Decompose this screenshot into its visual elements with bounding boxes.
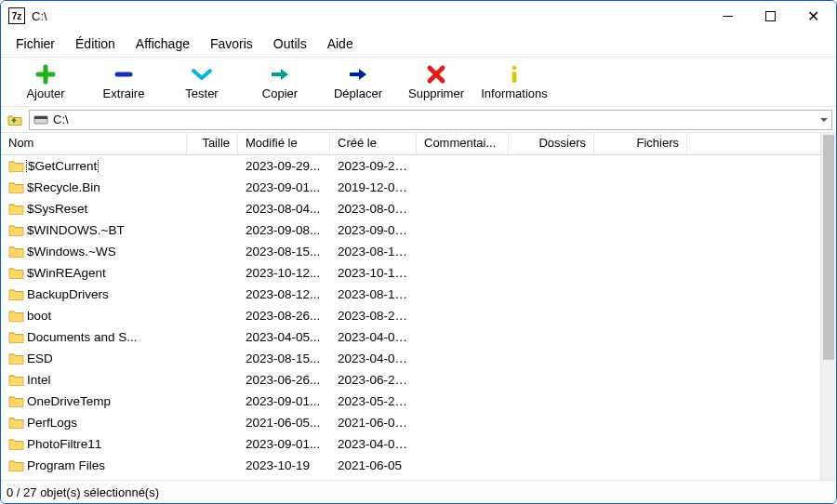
modified-cell: 2023-10-12...	[238, 266, 330, 280]
folder-icon	[8, 416, 24, 430]
minus-icon	[113, 64, 134, 85]
folder-icon	[8, 373, 24, 387]
created-cell: 2023-09-29...	[330, 159, 417, 173]
col-header-name[interactable]: Nom	[1, 133, 187, 154]
maximize-button[interactable]	[749, 2, 791, 30]
table-row[interactable]: $Recycle.Bin2023-09-01...2019-12-07...	[1, 177, 820, 198]
table-row[interactable]: ESD2023-08-15...2023-04-06...	[1, 348, 820, 369]
delete-x-icon	[426, 64, 446, 85]
row-name: $SysReset	[27, 202, 87, 216]
created-cell: 2021-06-05...	[330, 416, 417, 430]
modified-cell: 2023-04-05...	[238, 330, 330, 344]
col-header-files[interactable]: Fichiers	[594, 133, 687, 154]
table-row[interactable]: Documents and S...2023-04-05...2023-04-0…	[1, 326, 820, 348]
listview[interactable]: Nom Taille Modifié le Créé le Commentai.…	[1, 133, 820, 480]
extract-button[interactable]: Extraire	[85, 59, 163, 105]
row-name: BackupDrivers	[27, 287, 109, 301]
created-cell: 2023-08-04...	[330, 202, 417, 216]
menu-help[interactable]: Aide	[318, 33, 363, 54]
name-cell: OneDriveTemp	[1, 394, 187, 408]
close-button[interactable]: ✕	[791, 2, 834, 30]
modified-cell: 2023-08-12...	[238, 287, 330, 301]
chevron-down-icon	[820, 118, 828, 122]
table-row[interactable]: $WINDOWS.~BT2023-09-08...2023-09-08...	[1, 219, 820, 241]
created-cell: 2023-04-06...	[330, 351, 417, 365]
table-row[interactable]: OneDriveTemp2023-09-01...2023-05-20...	[1, 391, 820, 412]
col-header-size[interactable]: Taille	[187, 133, 238, 154]
folder-icon	[8, 437, 24, 451]
add-button[interactable]: Ajouter	[7, 59, 85, 105]
modified-cell: 2021-06-05...	[238, 416, 330, 430]
scrollbar-thumb[interactable]	[823, 135, 834, 360]
list-body[interactable]: $GetCurrent2023-09-29...2023-09-29...$Re…	[1, 155, 820, 480]
folder-icon	[8, 458, 24, 472]
created-cell: 2023-08-26...	[330, 309, 417, 323]
created-cell: 2021-06-05	[330, 458, 417, 472]
info-icon	[504, 64, 525, 85]
folder-icon	[8, 266, 24, 280]
move-button[interactable]: Déplacer	[319, 59, 397, 105]
modified-cell: 2023-09-08...	[238, 223, 330, 237]
col-header-comment[interactable]: Commentai...	[417, 133, 509, 154]
menu-view[interactable]: Affichage	[126, 33, 199, 54]
test-button[interactable]: Tester	[163, 59, 241, 105]
col-header-modified[interactable]: Modifié le	[238, 133, 330, 154]
created-cell: 2023-08-12...	[330, 287, 417, 301]
row-name: Intel	[27, 373, 51, 387]
menu-tools[interactable]: Outils	[264, 33, 316, 54]
table-row[interactable]: PhotoFiltre112023-09-01...2023-04-06...	[1, 433, 820, 455]
minimize-button[interactable]	[706, 2, 749, 30]
extract-label: Extraire	[103, 86, 145, 100]
name-cell: Documents and S...	[1, 330, 187, 344]
statusbar: 0 / 27 objet(s) sélectionné(s)	[1, 481, 836, 503]
toolbar: Ajouter Extraire Tester Copier Déplacer	[1, 57, 836, 107]
svg-rect-1	[512, 72, 517, 83]
pathbar: C:\	[1, 107, 836, 133]
table-row[interactable]: PerfLogs2021-06-05...2021-06-05...	[1, 412, 820, 433]
modified-cell: 2023-09-01...	[238, 180, 330, 194]
svg-point-0	[512, 65, 517, 70]
menu-edit[interactable]: Édition	[66, 33, 125, 54]
table-row[interactable]: $WinREAgent2023-10-12...2023-10-12...	[1, 262, 820, 284]
row-name: PhotoFiltre11	[27, 437, 101, 451]
row-name: PerfLogs	[27, 416, 77, 430]
folder-icon	[8, 245, 24, 259]
table-row[interactable]: $GetCurrent2023-09-29...2023-09-29...	[1, 155, 820, 177]
created-cell: 2023-04-05...	[330, 330, 417, 344]
list-header: Nom Taille Modifié le Créé le Commentai.…	[1, 133, 820, 155]
table-row[interactable]: Program Files2023-10-192021-06-05	[1, 455, 820, 476]
name-cell: PhotoFiltre11	[1, 437, 187, 451]
name-cell: $SysReset	[1, 202, 187, 216]
table-row[interactable]: Intel2023-06-26...2023-06-26...	[1, 369, 820, 391]
col-header-created[interactable]: Créé le	[330, 133, 417, 154]
list-area: Nom Taille Modifié le Créé le Commentai.…	[1, 133, 836, 481]
folder-icon	[8, 309, 24, 323]
info-button[interactable]: Informations	[475, 59, 553, 105]
folder-icon	[8, 180, 24, 194]
path-text: C:\	[53, 113, 69, 126]
folder-up-icon	[7, 112, 23, 128]
col-header-folders[interactable]: Dossiers	[509, 133, 594, 154]
table-row[interactable]: $SysReset2023-08-04...2023-08-04...	[1, 198, 820, 219]
row-name: ESD	[27, 351, 53, 365]
table-row[interactable]: BackupDrivers2023-08-12...2023-08-12...	[1, 284, 820, 305]
table-row[interactable]: boot2023-08-26...2023-08-26...	[1, 305, 820, 326]
copy-button[interactable]: Copier	[241, 59, 319, 105]
up-button[interactable]	[5, 110, 25, 130]
folder-icon	[8, 223, 24, 237]
created-cell: 2023-05-20...	[330, 394, 417, 408]
name-cell: $Recycle.Bin	[1, 180, 187, 194]
created-cell: 2023-09-08...	[330, 223, 417, 237]
path-combo[interactable]: C:\	[29, 110, 832, 130]
menu-file[interactable]: Fichier	[7, 33, 64, 54]
row-name: $Recycle.Bin	[27, 180, 100, 194]
status-text: 0 / 27 objet(s) sélectionné(s)	[7, 485, 159, 499]
move-label: Déplacer	[334, 86, 382, 100]
table-row[interactable]: $Windows.~WS2023-08-15...2023-08-15...	[1, 241, 820, 262]
name-cell: boot	[1, 309, 187, 323]
created-cell: 2023-06-26...	[330, 373, 417, 387]
folder-icon	[8, 287, 24, 301]
scrollbar[interactable]	[820, 133, 836, 480]
delete-button[interactable]: Supprimer	[397, 59, 475, 105]
menu-favorites[interactable]: Favoris	[201, 33, 262, 54]
